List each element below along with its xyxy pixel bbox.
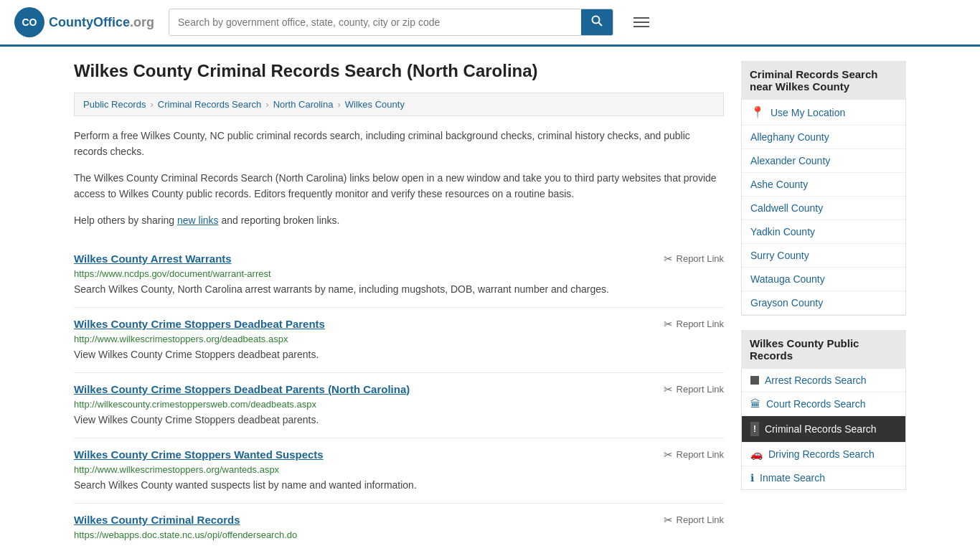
breadcrumb-criminal-records[interactable]: Criminal Records Search [158,99,262,110]
hamburger-icon [633,17,649,19]
result-title-1[interactable]: Wilkes County Crime Stoppers Deadbeat Pa… [74,318,325,330]
new-links-link[interactable]: new links [177,215,219,226]
public-records-links: Arrest Records Search 🏛 Court Records Se… [742,369,905,489]
description-para2: The Wilkes County Criminal Records Searc… [74,170,724,202]
public-records-heading: Wilkes County Public Records [741,330,906,369]
result-title-2[interactable]: Wilkes County Crime Stoppers Deadbeat Pa… [74,383,410,395]
nearby-county-2[interactable]: Ashe County [742,173,905,197]
nearby-section: Criminal Records Search near Wilkes Coun… [741,61,906,316]
result-item: Wilkes County Crime Stoppers Deadbeat Pa… [74,373,724,438]
public-record-label-3: Driving Records Search [768,448,875,460]
nearby-county-1[interactable]: Alexander County [742,149,905,173]
report-link-2[interactable]: ✂ Report Link [664,383,724,396]
result-item: Wilkes County Crime Stoppers Wanted Susp… [74,438,724,504]
hamburger-icon [633,26,649,27]
nearby-list: 📍 Use My Location Alleghany CountyAlexan… [741,100,906,316]
result-title-3[interactable]: Wilkes County Crime Stoppers Wanted Susp… [74,448,324,461]
report-icon-0: ✂ [664,253,673,265]
breadcrumb-public-records[interactable]: Public Records [83,99,146,110]
hamburger-icon [633,22,649,23]
search-button[interactable] [581,9,613,35]
public-record-label-0: Arrest Records Search [765,375,867,386]
nearby-county-7[interactable]: Grayson County [742,291,905,315]
report-link-0[interactable]: ✂ Report Link [664,253,724,265]
description-para3: Help others by sharing new links and rep… [74,212,724,228]
result-url-0[interactable]: https://www.ncdps.gov/document/warrant-a… [74,268,724,279]
result-url-2[interactable]: http://wilkescounty.crimestoppersweb.com… [74,399,724,410]
result-item: Wilkes County Arrest Warrants ✂ Report L… [74,242,724,308]
report-icon-4: ✂ [664,514,673,527]
result-item: Wilkes County Criminal Records ✂ Report … [74,504,724,551]
use-location-item[interactable]: 📍 Use My Location [742,100,905,126]
svg-text:CO: CO [22,17,37,28]
report-link-3[interactable]: ✂ Report Link [664,448,724,461]
report-link-1[interactable]: ✂ Report Link [664,318,724,331]
result-desc-3: Search Wilkes County wanted suspects lis… [74,478,724,493]
result-desc-1: View Wilkes County Crime Stoppers deadbe… [74,347,724,362]
result-url-4[interactable]: https://webapps.doc.state.nc.us/opi/offe… [74,529,724,540]
report-icon-3: ✂ [664,448,673,461]
location-icon: 📍 [750,105,765,119]
result-desc-2: View Wilkes County Crime Stoppers deadbe… [74,413,724,428]
logo-text: CountyOffice.org [49,15,154,30]
sidebar: Criminal Records Search near Wilkes Coun… [741,61,906,551]
public-record-link-2[interactable]: ! Criminal Records Search [742,416,905,443]
public-record-label-4: Inmate Search [760,472,825,484]
use-location-label: Use My Location [771,107,845,118]
result-url-1[interactable]: http://www.wilkescrimestoppers.org/deadb… [74,334,724,344]
result-item: Wilkes County Crime Stoppers Deadbeat Pa… [74,308,724,373]
breadcrumb-wilkes-county[interactable]: Wilkes County [345,99,405,110]
result-url-3[interactable]: http://www.wilkescrimestoppers.org/wante… [74,464,724,475]
svg-point-2 [593,17,600,24]
nearby-county-4[interactable]: Yadkin County [742,220,905,244]
logo-icon: CO [14,7,44,37]
nearby-county-5[interactable]: Surry County [742,244,905,268]
car-icon: 🚗 [750,448,763,460]
breadcrumb: Public Records › Criminal Records Search… [74,93,724,116]
report-link-4[interactable]: ✂ Report Link [664,514,724,527]
nearby-heading: Criminal Records Search near Wilkes Coun… [741,61,906,100]
logo[interactable]: CO CountyOffice.org [14,7,154,37]
square-icon [750,376,759,385]
public-records-section: Wilkes County Public Records Arrest Reco… [741,330,906,490]
public-record-label-2: Criminal Records Search [765,423,877,435]
public-record-link-1[interactable]: 🏛 Court Records Search [742,392,905,416]
nearby-counties-list: Alleghany CountyAlexander CountyAshe Cou… [742,126,905,315]
report-icon-1: ✂ [664,318,673,331]
nearby-county-6[interactable]: Watauga County [742,268,905,291]
breadcrumb-north-carolina[interactable]: North Carolina [273,99,334,110]
public-record-label-1: Court Records Search [766,398,866,410]
nearby-county-0[interactable]: Alleghany County [742,126,905,149]
report-icon-2: ✂ [664,383,673,396]
description-para1: Perform a free Wilkes County, NC public … [74,128,724,160]
menu-button[interactable] [628,14,655,31]
exclaim-icon: ! [750,422,759,436]
search-input[interactable] [169,9,581,35]
result-title-4[interactable]: Wilkes County Criminal Records [74,514,240,526]
public-records-list: Arrest Records Search 🏛 Court Records Se… [741,369,906,490]
nearby-county-3[interactable]: Caldwell County [742,197,905,220]
page-title: Wilkes County Criminal Records Search (N… [74,61,724,81]
svg-line-3 [599,23,603,27]
public-record-link-4[interactable]: ℹ Inmate Search [742,466,905,489]
inmate-icon: ℹ [750,472,754,484]
result-desc-0: Search Wilkes County, North Carolina arr… [74,282,724,297]
result-title-0[interactable]: Wilkes County Arrest Warrants [74,253,232,265]
main-content: Wilkes County Criminal Records Search (N… [74,61,724,551]
pillar-icon: 🏛 [750,398,760,410]
public-record-link-0[interactable]: Arrest Records Search [742,369,905,392]
search-bar [169,9,613,36]
public-record-link-3[interactable]: 🚗 Driving Records Search [742,443,905,466]
results-list: Wilkes County Arrest Warrants ✂ Report L… [74,242,724,551]
